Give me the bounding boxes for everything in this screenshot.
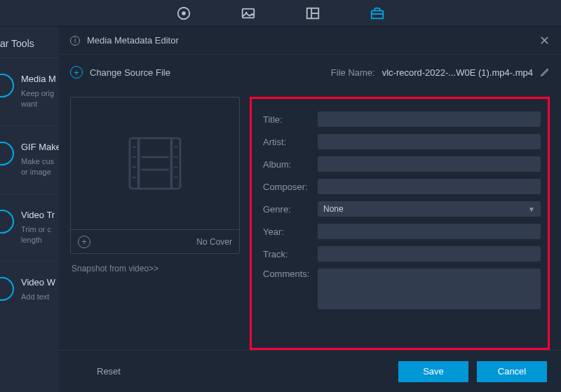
svg-rect-11 xyxy=(170,138,173,189)
genre-label: Genre: xyxy=(263,204,318,215)
svg-point-1 xyxy=(182,11,186,15)
edit-filename-icon[interactable] xyxy=(540,67,550,77)
composer-input[interactable] xyxy=(318,179,541,194)
sidebar-item-media[interactable]: Media M Keep orig want xyxy=(0,58,59,126)
record-icon[interactable] xyxy=(176,6,191,21)
album-label: Album: xyxy=(263,159,318,170)
snapshot-link[interactable]: Snapshot from video>> xyxy=(70,264,240,273)
sidebar-item-video-trim[interactable]: Video Tr Trim or c length xyxy=(0,194,59,262)
cover-box: + No Cover xyxy=(70,97,240,254)
year-input[interactable] xyxy=(318,224,541,239)
close-icon[interactable]: ✕ xyxy=(539,33,550,48)
add-source-icon[interactable]: + xyxy=(70,66,83,79)
no-cover-label: No Cover xyxy=(96,237,232,247)
album-input[interactable] xyxy=(318,156,541,172)
sidebar-section-title: ar Tools xyxy=(0,27,59,58)
watermark-icon xyxy=(0,277,14,301)
modal-header: i Media Metadata Editor ✕ xyxy=(59,27,561,55)
add-cover-icon[interactable]: + xyxy=(78,236,90,248)
cover-preview xyxy=(71,97,239,229)
title-label: Title: xyxy=(263,114,318,125)
modal-footer: Reset Save Cancel xyxy=(59,350,561,392)
svg-rect-7 xyxy=(372,11,384,18)
filename-value: vlc-record-2022-...W0E (1).mp4-.mp4 xyxy=(382,67,533,78)
sidebar-item-label: Video W xyxy=(21,277,55,288)
track-label: Track: xyxy=(263,249,318,259)
artist-label: Artist: xyxy=(263,137,318,147)
metadata-editor-modal: i Media Metadata Editor ✕ + Change Sourc… xyxy=(59,27,561,392)
comments-input[interactable] xyxy=(318,269,541,309)
sidebar-item-label: Video Tr xyxy=(21,210,55,220)
trim-icon xyxy=(0,210,14,234)
artist-input[interactable] xyxy=(318,134,541,149)
image-icon[interactable] xyxy=(241,6,256,21)
track-input[interactable] xyxy=(318,246,541,262)
svg-rect-10 xyxy=(137,138,140,189)
top-nav xyxy=(0,0,561,27)
sidebar-item-label: Media M xyxy=(21,74,56,84)
year-label: Year: xyxy=(263,227,318,237)
filmstrip-icon xyxy=(123,132,187,195)
sidebar-item-video-watermark[interactable]: Video W Add text xyxy=(0,261,59,318)
gif-icon xyxy=(0,142,14,165)
save-button[interactable]: Save xyxy=(398,361,468,382)
bg-sidebar: ar Tools Media M Keep orig want GIF Make… xyxy=(0,27,59,392)
title-input[interactable] xyxy=(318,111,541,127)
media-icon xyxy=(0,74,14,97)
source-row: + Change Source File File Name: vlc-reco… xyxy=(59,55,561,90)
layout-icon[interactable] xyxy=(305,6,320,21)
comments-label: Comments: xyxy=(263,269,318,279)
sidebar-item-label: GIF Make xyxy=(21,142,61,152)
metadata-form-highlight: Title: Artist: Album: Composer: Genre: ▼ xyxy=(250,97,550,350)
reset-button[interactable]: Reset xyxy=(73,366,121,377)
sidebar-item-gif[interactable]: GIF Make Make cus or image xyxy=(0,126,59,194)
cancel-button[interactable]: Cancel xyxy=(477,361,547,382)
composer-label: Composer: xyxy=(263,182,318,192)
toolbox-icon[interactable] xyxy=(370,6,385,21)
change-source-link[interactable]: Change Source File xyxy=(90,67,170,78)
info-icon: i xyxy=(70,36,80,46)
filename-label: File Name: xyxy=(331,67,375,78)
modal-title: Media Metadata Editor xyxy=(87,35,532,46)
genre-select[interactable] xyxy=(318,201,541,217)
